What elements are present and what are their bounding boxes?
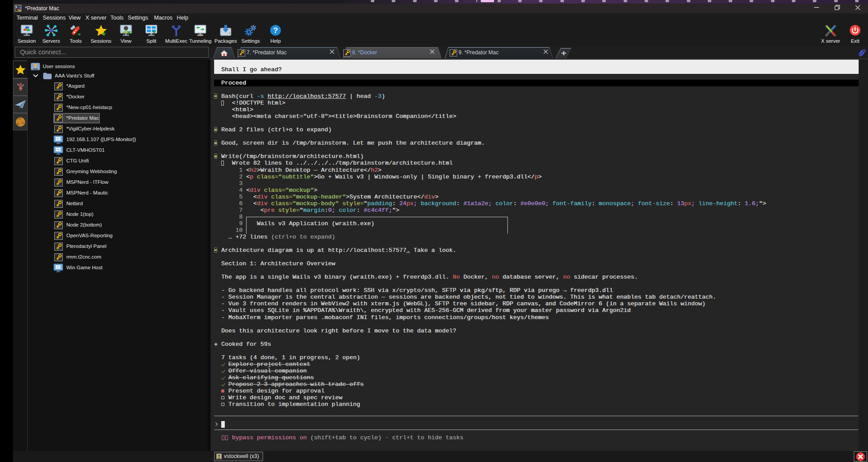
svg-text:?: ? (273, 26, 278, 35)
